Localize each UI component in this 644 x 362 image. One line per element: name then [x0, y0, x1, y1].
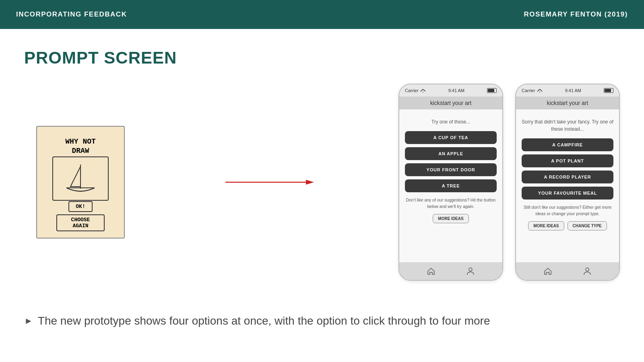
phone1-body: Try one of these... A CUP OF TEA AN APPL…: [399, 109, 502, 262]
phone2-suggestion-text: Still don't like our suggestions? Either…: [522, 204, 613, 217]
person-icon-2: [583, 267, 592, 276]
svg-point-6: [469, 268, 472, 271]
phone1-time: 9:41 AM: [448, 88, 464, 93]
phone1-option-1[interactable]: AN APPLE: [405, 147, 497, 160]
phone2-option-1[interactable]: A POT PLANT: [522, 154, 613, 167]
svg-point-7: [539, 92, 540, 93]
phone2-option-2[interactable]: A RECORD PLAYER: [522, 171, 613, 183]
phone2-bottom-bar: [516, 262, 619, 280]
phone1-bottom-bar: [399, 262, 502, 280]
svg-point-8: [586, 268, 589, 271]
phone1-option-3[interactable]: A TREE: [405, 179, 497, 192]
home-icon: [427, 267, 436, 276]
bullet-text: The new prototype shows four options at …: [38, 313, 490, 329]
phone1-option-2[interactable]: YOUR FRONT DOOR: [405, 163, 497, 176]
phone2-status-bar: Carrier 9:41 AM: [516, 84, 619, 97]
home-icon-2: [543, 267, 552, 276]
phone1-status-bar: Carrier 9:41 AM: [399, 84, 502, 97]
phone2-try-text: Sorry that didn't take your fancy. Try o…: [522, 118, 613, 133]
wifi-icon-2: [537, 88, 543, 93]
phone2-status-left: Carrier: [522, 88, 543, 93]
sketch-area: WHY NOTDRAW OK! CHOOSE AGAIN: [36, 126, 141, 239]
phone2-btn-row: MORE IDEAS CHANGE TYPE: [522, 221, 613, 230]
sketch-card: WHY NOTDRAW OK! CHOOSE AGAIN: [36, 126, 125, 239]
phone1-btn-row: MORE IDEAS: [405, 214, 497, 223]
phone1-try-text: Try one of these...: [405, 118, 497, 125]
phones-area: Carrier 9:41 AM kickstart: [398, 84, 620, 281]
header: INCORPORATING FEEDBACK ROSEMARY FENTON (…: [0, 0, 644, 29]
page-title: PROMPT SCREEN: [24, 48, 620, 68]
phone2-change-type-btn[interactable]: CHANGE TYPE: [568, 221, 607, 230]
bullet-section: ► The new prototype shows four options a…: [0, 313, 644, 329]
header-right-label: ROSEMARY FENTON (2019): [524, 10, 628, 19]
phone2-body: Sorry that didn't take your fancy. Try o…: [516, 109, 619, 262]
svg-marker-0: [70, 167, 80, 187]
sketch-ok-btn: OK!: [68, 201, 93, 212]
phone1-suggestion-text: Don't like any of our suggestions? Hit t…: [405, 197, 497, 210]
phone1-status-left: Carrier: [405, 88, 426, 93]
phone1-battery: [487, 88, 497, 93]
phone1-option-0[interactable]: A CUP OF TEA: [405, 131, 497, 144]
phone2-option-3[interactable]: YOUR FAVOURITE MEAL: [522, 187, 613, 200]
bullet-item: ► The new prototype shows four options a…: [24, 313, 620, 329]
phone1-title: kickstart your art: [399, 97, 502, 109]
arrow-icon: [225, 178, 314, 186]
phone2-option-0[interactable]: A CAMPFIRE: [522, 138, 613, 151]
phone1-more-ideas-btn[interactable]: MORE IDEAS: [433, 214, 469, 223]
svg-marker-4: [306, 180, 314, 185]
sketch-choose-again-btn: CHOOSE AGAIN: [56, 214, 105, 231]
phone2-time: 9:41 AM: [565, 88, 581, 93]
phone2-battery: [604, 88, 613, 93]
wifi-icon: [420, 88, 426, 93]
content-row: WHY NOTDRAW OK! CHOOSE AGAIN: [24, 84, 620, 281]
phone2: Carrier 9:41 AM kickstart: [515, 84, 620, 281]
phone2-more-ideas-btn[interactable]: MORE IDEAS: [528, 221, 564, 230]
main-content: PROMPT SCREEN WHY NOTDRAW: [0, 29, 644, 313]
sketch-buttons: OK! CHOOSE AGAIN: [43, 201, 118, 231]
person-icon: [466, 267, 475, 276]
svg-point-5: [423, 92, 423, 93]
phone2-title: kickstart your art: [516, 97, 619, 109]
bullet-triangle-icon: ►: [24, 315, 33, 327]
phone1-carrier: Carrier: [405, 88, 419, 93]
phone1: Carrier 9:41 AM kickstart: [398, 84, 503, 281]
header-left-label: INCORPORATING FEEDBACK: [16, 10, 127, 19]
sketch-boat-image: [52, 156, 109, 201]
phone2-carrier: Carrier: [522, 88, 535, 93]
arrow-area: [141, 178, 398, 186]
sketch-why-not-draw: WHY NOTDRAW: [65, 137, 96, 156]
